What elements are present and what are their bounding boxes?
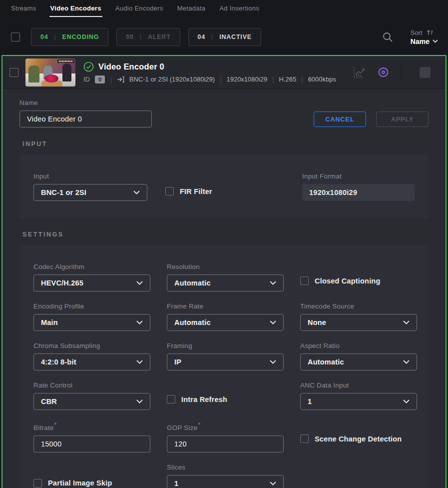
aspect-ratio-value: Automatic xyxy=(308,358,403,366)
meta-divider: | xyxy=(220,76,221,83)
fir-filter-checkbox[interactable]: FIR Filter xyxy=(165,187,212,196)
intra-refresh-checkbox[interactable]: Intra Refresh xyxy=(167,395,284,404)
filter-chip-encoding[interactable]: 04 | ENCODING xyxy=(31,28,108,46)
codec-algorithm-value: HEVC/H.265 xyxy=(41,279,136,287)
resolution-label: Resolution xyxy=(167,263,284,270)
bitrate-value: 6000kbps xyxy=(308,76,336,83)
checkbox-box[interactable] xyxy=(165,187,174,196)
required-marker: * xyxy=(198,421,200,428)
filter-chip-alert[interactable]: 00 | ALERT xyxy=(116,28,180,46)
aspect-ratio-label: Aspect Ratio xyxy=(300,342,417,350)
checkbox-box[interactable] xyxy=(33,479,42,488)
chevron-down-icon xyxy=(403,360,410,364)
tab-metadata[interactable]: Metadata xyxy=(170,0,213,17)
rate-control-select[interactable]: CBR xyxy=(33,393,150,410)
frame-rate-select[interactable]: Automatic xyxy=(167,314,284,331)
partial-image-skip-label: Partial Image Skip xyxy=(48,479,112,487)
tab-audio-encoders[interactable]: Audio Encoders xyxy=(108,0,170,17)
gop-size-input[interactable] xyxy=(167,436,284,452)
sort-control[interactable]: Sort Name xyxy=(411,29,438,46)
framing-select[interactable]: IP xyxy=(167,354,284,370)
header-divider xyxy=(401,64,402,81)
frame-rate-value: Automatic xyxy=(174,318,270,326)
timecode-source-select[interactable]: None xyxy=(300,314,417,331)
alert-label: ALERT xyxy=(148,34,171,40)
name-input[interactable] xyxy=(19,110,152,128)
chevron-down-icon xyxy=(270,360,276,364)
codec-value: H.265 xyxy=(279,76,297,83)
input-select-value: BNC-1 or 2SI xyxy=(41,188,133,196)
meta-divider: | xyxy=(301,76,303,83)
checkbox-box[interactable] xyxy=(167,395,175,404)
required-marker: * xyxy=(54,421,56,428)
tab-video-encoders[interactable]: Video Encoders xyxy=(43,0,108,17)
checkbox-box[interactable] xyxy=(300,276,309,285)
timecode-overlay xyxy=(57,60,74,63)
meta-divider: | xyxy=(110,76,111,83)
resolution-select[interactable]: Automatic xyxy=(167,274,284,292)
encoder-card: Video Encoder 0 ID 0 | BNC-1 or 2SI (192… xyxy=(1,55,447,488)
encoding-profile-label: Encoding Profile xyxy=(33,302,150,310)
input-section-heading: INPUT xyxy=(22,140,429,148)
settings-panel: Codec Algorithm HEVC/H.265 Resolution Au… xyxy=(19,245,429,488)
chroma-subsampling-value: 4:2:0 8-bit xyxy=(41,358,136,366)
toolbar: 04 | ENCODING 00 | ALERT 04 | INACTIVE S… xyxy=(0,17,448,55)
chevron-down-icon xyxy=(133,190,140,194)
input-format-label: Input Format xyxy=(302,172,415,180)
timecode-source-label: Timecode Source xyxy=(300,302,417,310)
alert-count: 00 xyxy=(126,34,134,40)
stop-button[interactable] xyxy=(420,67,431,78)
chevron-down-icon xyxy=(136,320,143,324)
encoding-profile-value: Main xyxy=(41,318,136,326)
sort-order-icon xyxy=(427,30,434,36)
input-description: BNC-1 or 2SI (1920x1080i29) xyxy=(129,76,215,83)
chevron-down-icon xyxy=(136,281,143,285)
aspect-ratio-select[interactable]: Automatic xyxy=(300,354,417,370)
partial-image-skip-checkbox[interactable]: Partial Image Skip xyxy=(33,479,150,488)
encoder-title: Video Encoder 0 xyxy=(98,62,164,72)
select-all-checkbox[interactable] xyxy=(11,32,20,42)
input-format-value: 1920x1080i29 xyxy=(302,184,415,201)
encoder-checkbox[interactable] xyxy=(9,68,18,77)
apply-button[interactable]: APPLY xyxy=(376,112,429,127)
scene-change-detection-label: Scene Change Detection xyxy=(315,435,402,443)
filter-chip-inactive[interactable]: 04 | INACTIVE xyxy=(188,28,261,46)
framing-label: Framing xyxy=(167,342,284,350)
chroma-subsampling-select[interactable]: 4:2:0 8-bit xyxy=(33,354,150,370)
codec-algorithm-select[interactable]: HEVC/H.265 xyxy=(33,274,150,292)
input-source-icon xyxy=(117,76,124,83)
encoder-card-header: Video Encoder 0 ID 0 | BNC-1 or 2SI (192… xyxy=(2,56,446,89)
format-value: 1920x1080i29 xyxy=(226,76,267,83)
inactive-count: 04 xyxy=(198,34,206,40)
bitrate-label: Bitrate* xyxy=(33,421,150,432)
timecode-source-value: None xyxy=(308,318,403,326)
encoding-profile-select[interactable]: Main xyxy=(33,314,150,331)
chroma-subsampling-label: Chroma Subsampling xyxy=(33,342,150,350)
codec-algorithm-label: Codec Algorithm xyxy=(33,263,150,270)
slices-value: 1 xyxy=(174,480,270,488)
search-icon[interactable] xyxy=(382,31,394,43)
settings-gear-icon[interactable] xyxy=(377,66,390,79)
statistics-chart-icon[interactable] xyxy=(353,66,366,79)
closed-captioning-checkbox[interactable]: Closed Captioning xyxy=(300,276,417,285)
cancel-button[interactable]: CANCEL xyxy=(314,112,366,127)
chevron-down-icon xyxy=(136,360,143,364)
tab-ad-insertions[interactable]: Ad Insertions xyxy=(212,0,266,17)
video-thumbnail xyxy=(25,58,75,86)
input-panel: Input BNC-1 or 2SI FIR Filter Input Form… xyxy=(19,154,429,218)
scene-change-detection-checkbox[interactable]: Scene Change Detection xyxy=(300,434,417,443)
slices-select[interactable]: 1 xyxy=(167,475,284,488)
anc-data-input-label: ANC Data Input xyxy=(300,382,417,389)
chip-divider: | xyxy=(211,34,213,40)
input-select[interactable]: BNC-1 or 2SI xyxy=(33,184,147,201)
top-nav: Streams Video Encoders Audio Encoders Me… xyxy=(0,0,448,17)
tab-streams[interactable]: Streams xyxy=(4,0,43,17)
encoding-count: 04 xyxy=(40,34,48,40)
sort-value: Name xyxy=(411,38,430,46)
meta-divider: | xyxy=(272,76,274,83)
bitrate-input[interactable] xyxy=(33,436,150,452)
anc-data-input-select[interactable]: 1 xyxy=(300,393,417,410)
chevron-down-icon xyxy=(270,320,276,324)
checkbox-box[interactable] xyxy=(300,434,309,443)
id-badge: 0 xyxy=(95,76,105,84)
